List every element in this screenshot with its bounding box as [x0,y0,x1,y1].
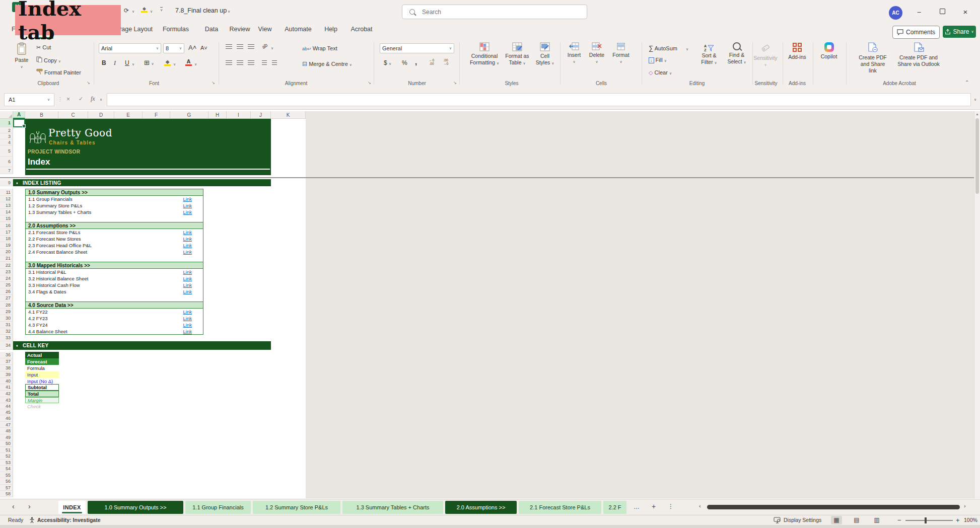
share-button[interactable]: Share∨ [943,26,976,38]
sensitivity-button[interactable]: Sensitivity∨ [751,42,780,68]
increase-indent-icon[interactable] [272,60,277,65]
row-header-19[interactable]: 19 [0,242,13,249]
close-button[interactable]: × [958,6,973,18]
row-header-38[interactable]: 38 [0,365,13,371]
selection-handle[interactable] [22,124,26,128]
comments-button[interactable]: Comments [892,26,940,39]
currency-button[interactable]: $ ∨ [384,59,391,66]
row-header-24[interactable]: 24 [0,275,13,282]
fx-chevron-icon[interactable]: ∨ [100,98,102,102]
index-item-link[interactable]: Link [172,275,192,282]
row-header-15[interactable]: 15 [0,215,13,222]
expand-formula-bar-icon[interactable]: ∨ [974,98,976,102]
index-item-link[interactable]: Link [172,196,192,202]
borders-button[interactable]: ⊞ ∨ [144,59,154,66]
zoom-slider-track[interactable] [905,520,953,521]
row-header-1[interactable]: 1 [0,119,13,127]
orientation-chevron-icon[interactable]: ∨ [271,46,273,50]
selected-cell-a1[interactable] [13,119,25,127]
collapse-ribbon-icon[interactable]: ⌃ [965,80,969,85]
column-header-d[interactable]: D [88,111,114,119]
sheet-tab-1-1-group-financials[interactable]: 1.1 Group Financials [185,501,251,514]
menu-tab-review[interactable]: Review [230,26,250,33]
decrease-font-icon[interactable]: A˅ [200,45,207,51]
row-header-50[interactable]: 50 [0,440,13,447]
italic-button[interactable]: I [114,59,116,67]
redo-icon[interactable]: ⟳ [124,7,129,14]
format-cells-button[interactable]: Format∨ [609,42,633,65]
view-normal-icon[interactable]: ▦ [831,516,842,524]
row-header-18[interactable]: 18 [0,236,13,242]
row-header-57[interactable]: 57 [0,485,13,491]
index-item-link[interactable]: Link [172,282,192,288]
column-header-h[interactable]: H [208,111,227,119]
align-top-icon[interactable] [226,44,232,49]
number-dialog-launcher-icon[interactable]: ↘ [453,81,457,85]
row-header-2[interactable]: 2 [0,127,13,133]
font-dialog-launcher-icon[interactable]: ↘ [212,81,215,85]
row-header-37[interactable]: 37 [0,358,13,365]
increase-decimal-icon[interactable]: ←0.00 [429,58,434,65]
cut-button[interactable]: ✂ Cut [36,44,51,51]
new-sheet-icon[interactable]: + [652,502,656,510]
row-header-21[interactable]: 21 [0,255,13,262]
index-item-link[interactable]: Link [172,209,192,215]
fill-button[interactable]: ↓ Fill ∨ [649,57,667,63]
zoom-in-icon[interactable]: + [956,516,960,524]
underline-button[interactable]: U [125,59,129,66]
row-header-41[interactable]: 41 [0,384,13,391]
row-header-9[interactable]: 9 [0,179,13,186]
menu-tab-view[interactable]: View [258,26,272,33]
row-header-6[interactable]: 6 [0,157,13,167]
row-header-14[interactable]: 14 [0,209,13,215]
row-header-5[interactable]: 5 [0,145,13,157]
menu-tab-automate[interactable]: Automate [285,26,312,33]
row-header-45[interactable]: 45 [0,409,13,415]
fill-color-qat-icon[interactable]: ◆ [141,7,148,13]
index-item-link[interactable]: Link [172,202,192,209]
column-header-i[interactable]: I [227,111,251,119]
alignment-dialog-launcher-icon[interactable]: ↘ [368,81,371,85]
font-color-button[interactable]: A [185,58,192,66]
row-header-36[interactable]: 36 [0,352,13,358]
column-header-c[interactable]: C [58,111,88,119]
row-header-11[interactable]: 11 [0,189,13,196]
row-header-32[interactable]: 32 [0,328,13,335]
addins-button[interactable]: Add-ins [784,42,811,60]
more-tabs-ellipsis-icon[interactable]: … [634,503,640,510]
formula-input[interactable] [107,93,971,106]
row-header-39[interactable]: 39 [0,371,13,378]
index-item-link[interactable]: Link [172,242,192,249]
row-header-17[interactable]: 17 [0,229,13,236]
align-middle-icon[interactable] [237,44,243,49]
merge-centre-button[interactable]: ⊟ Merge & Centre ∨ [302,60,352,67]
sheet-next-icon[interactable]: › [28,502,31,510]
menu-tab-formulas[interactable]: Formulas [163,26,189,33]
column-header-k[interactable]: K [271,111,306,119]
create-pdf-share-link-button[interactable]: Create PDFand Share link [856,42,889,74]
delete-cells-button[interactable]: Delete∨ [586,42,607,65]
row-header-26[interactable]: 26 [0,288,13,295]
row-header-44[interactable]: 44 [0,403,13,409]
font-size-select[interactable]: 8∨ [163,43,184,53]
accessibility-status[interactable]: Accessibility: Investigate [37,517,100,523]
row-header-31[interactable]: 31 [0,322,13,328]
copy-button[interactable]: Copy ∨ [36,56,61,63]
insert-cells-button[interactable]: Insert∨ [564,42,584,65]
row-header-29[interactable]: 29 [0,309,13,315]
number-format-select[interactable]: General∨ [380,43,454,53]
column-header-e[interactable]: E [114,111,143,119]
underline-chevron-icon[interactable]: ∨ [132,62,134,66]
align-center-icon[interactable] [237,60,243,65]
row-header-4[interactable]: 4 [0,139,13,145]
sheet-options-icon[interactable]: ⋮ [668,503,674,510]
sheet-tab-1-2-summary-store-p-ls[interactable]: 1.2 Summary Store P&Ls [253,501,340,514]
row-header-16[interactable]: 16 [0,222,13,229]
hscroll-right-icon[interactable]: › [964,503,966,509]
row-header-7[interactable]: 7 [0,167,13,174]
row-header-34[interactable]: 34 [0,341,13,350]
sort-filter-button[interactable]: AZ Sort &Filter ∨ [696,42,722,66]
redo-chevron-icon[interactable]: ∨ [132,10,134,14]
row-header-13[interactable]: 13 [0,202,13,209]
fill-color-button[interactable]: ◆ [164,59,171,66]
